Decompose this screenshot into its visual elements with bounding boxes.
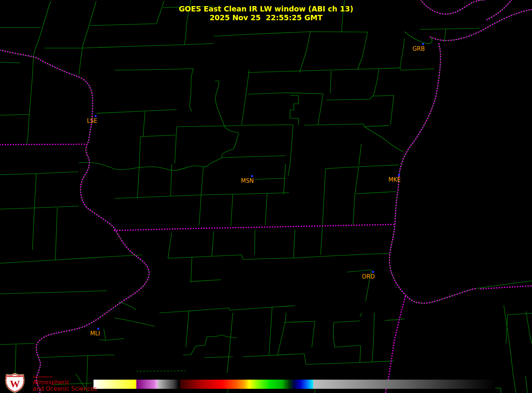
satellite-image-viewer: GOES East Clean IR LW window (ABI ch 13)… xyxy=(0,0,532,393)
color-scale-bar xyxy=(94,380,495,389)
border-lake-shore xyxy=(389,44,476,303)
state-borders xyxy=(0,0,532,393)
title-line-1: GOES East Clean IR LW window (ABI ch 13) xyxy=(0,5,532,13)
image-title: GOES East Clean IR LW window (ABI ch 13)… xyxy=(0,5,532,22)
station-label: MSN xyxy=(241,177,254,184)
station-label: MLI xyxy=(90,330,100,337)
uw-aos-logo: W Department of Atmospheric and Oceanic … xyxy=(2,373,97,393)
station-dot-icon xyxy=(251,175,253,177)
rivers xyxy=(0,50,239,393)
logo-dept-line: Department of xyxy=(33,376,97,379)
station-dot-icon xyxy=(422,43,424,45)
border-mn-ia xyxy=(0,144,85,145)
map-canvas xyxy=(0,0,532,393)
border-wi-il xyxy=(114,224,395,230)
crest-letter: W xyxy=(10,379,20,390)
logo-name-line-1: Atmospheric xyxy=(33,380,97,385)
station-label: MKE xyxy=(389,176,401,183)
station-label: ORD xyxy=(362,273,375,280)
station-label: GRB xyxy=(413,45,425,52)
logo-name-line-2: and Oceanic Sciences xyxy=(33,386,97,392)
station-dot-icon xyxy=(372,271,374,273)
border-il-in xyxy=(385,297,405,393)
county-boundaries xyxy=(0,0,532,393)
station-dot-icon xyxy=(97,328,99,330)
uw-crest-icon: W xyxy=(2,373,27,393)
border-mississippi-river xyxy=(0,50,149,393)
logo-text: Department of Atmospheric and Oceanic Sc… xyxy=(33,376,97,392)
station-label: LSE xyxy=(87,118,97,124)
station-dot-icon xyxy=(95,115,97,117)
border-in-mi xyxy=(481,286,532,289)
title-line-2: 2025 Nov 25 22:55:25 GMT xyxy=(0,13,532,22)
station-dot-icon xyxy=(398,174,400,176)
lake-michigan-shoreline xyxy=(389,0,532,303)
